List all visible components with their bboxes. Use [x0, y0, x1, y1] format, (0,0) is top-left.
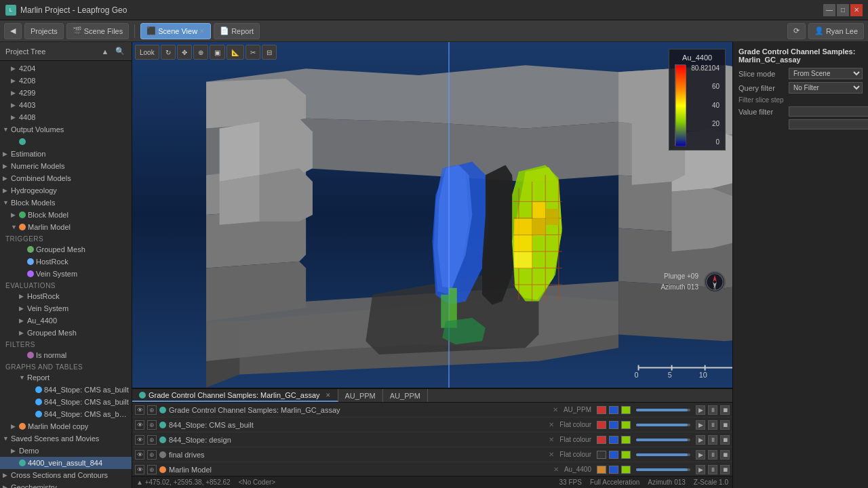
- tree-item-geochemistry[interactable]: ▶Geochemistry: [0, 481, 132, 488]
- close-tab-icon[interactable]: ✕: [326, 392, 331, 399]
- minimize-button[interactable]: —: [823, 4, 835, 16]
- layer-lock-icon[interactable]: ⊕: [147, 450, 157, 460]
- layer-visibility-toggle[interactable]: 👁: [135, 420, 144, 430]
- pause-button[interactable]: ⏸: [708, 435, 717, 445]
- layer-color-2[interactable]: [609, 421, 618, 429]
- layer-color-swatch[interactable]: [597, 406, 606, 414]
- measure-button[interactable]: 📐: [226, 45, 244, 60]
- sync-button[interactable]: ⟳: [787, 23, 806, 39]
- layer-color-2[interactable]: [609, 466, 618, 474]
- layer-lock-icon[interactable]: ⊕: [147, 420, 157, 430]
- layer-color-2[interactable]: [609, 406, 618, 414]
- tab-au-ppm[interactable]: AU_PPM: [338, 389, 383, 402]
- pan-button[interactable]: ✥: [177, 45, 192, 60]
- layer-color-3[interactable]: [621, 421, 631, 429]
- tree-item-grouped-mesh-eval[interactable]: ▶Grouped Mesh: [0, 327, 132, 339]
- opacity-slider[interactable]: [636, 424, 690, 426]
- tree-item-r844-cms-built[interactable]: 844_Stope: CMS as_built: [0, 384, 132, 396]
- value-filter-input[interactable]: 0.868: [789, 106, 868, 117]
- layer-color-2[interactable]: [609, 436, 618, 444]
- scene-files-button[interactable]: 🎬 Scene Files: [66, 23, 129, 39]
- select-mode-button[interactable]: ▣: [210, 45, 225, 60]
- tree-item-cross-sections[interactable]: ▶Cross Sections and Contours: [0, 469, 132, 481]
- tree-item-numeric-models[interactable]: ▶Numeric Models: [0, 160, 132, 172]
- slice-button[interactable]: ⊟: [262, 45, 277, 60]
- close-button[interactable]: ✕: [850, 4, 863, 16]
- layer-color-3[interactable]: [621, 451, 631, 459]
- layer-close-button[interactable]: ✕: [549, 451, 554, 458]
- stop-button[interactable]: ⏹: [720, 405, 730, 415]
- tree-item-output-volumes[interactable]: ▼Output Volumes: [0, 123, 132, 136]
- tree-item-estimation[interactable]: ▶Estimation: [0, 148, 132, 160]
- play-button[interactable]: ▶: [696, 450, 705, 460]
- 3d-viewport[interactable]: 0 5 10 15 20 Look ↻ ✥ ⊕ ▣ 📐 ✂ ⊟ Au_4400: [132, 42, 732, 388]
- layer-color-2[interactable]: [609, 451, 618, 459]
- tree-item-4408[interactable]: ▶4408: [0, 111, 132, 123]
- layer-color-swatch[interactable]: [597, 466, 606, 474]
- rotate-button[interactable]: ↻: [161, 45, 176, 60]
- tree-item-hydrogeology[interactable]: ▶Hydrogeology: [0, 184, 132, 197]
- layer-lock-icon[interactable]: ⊕: [147, 405, 157, 415]
- tree-item-saved-scenes[interactable]: ▼Saved Scenes and Movies: [0, 432, 132, 445]
- tree-item-combined-models[interactable]: ▶Combined Models: [0, 172, 132, 184]
- zoom-button[interactable]: ⊕: [193, 45, 208, 60]
- tree-item-r844-cms-built-f[interactable]: 844_Stope: CMS as_built F...: [0, 408, 132, 420]
- play-button[interactable]: ▶: [696, 465, 705, 474]
- tree-item-4403[interactable]: ▶4403: [0, 99, 132, 111]
- collapse-sidebar-button[interactable]: ▲: [99, 45, 111, 58]
- layer-close-button[interactable]: ✕: [549, 421, 554, 428]
- tree-item-vein-system-eval[interactable]: ▶Vein System: [0, 302, 132, 314]
- stop-button[interactable]: ⏹: [720, 420, 730, 430]
- play-button[interactable]: ▶: [696, 435, 705, 445]
- report-button[interactable]: 📄 Report: [214, 23, 260, 39]
- tree-item-marlin-model-copy[interactable]: ▶Marlin Model copy: [0, 420, 132, 432]
- query-filter-select[interactable]: No Filter: [789, 82, 863, 94]
- tree-item-marlin-model[interactable]: ▼Marlin Model: [0, 221, 132, 233]
- play-button[interactable]: ▶: [696, 405, 705, 415]
- search-sidebar-button[interactable]: 🔍: [114, 45, 126, 58]
- tree-item-demo[interactable]: ▶Demo: [0, 445, 132, 457]
- tree-item-is-normal[interactable]: Is normal: [0, 349, 132, 361]
- look-button[interactable]: Look: [135, 45, 159, 60]
- layer-visibility-toggle[interactable]: 👁: [135, 450, 144, 460]
- layer-color-swatch[interactable]: [597, 421, 606, 429]
- layer-visibility-toggle[interactable]: 👁: [135, 405, 144, 415]
- layer-color-3[interactable]: [621, 466, 631, 474]
- layer-color-3[interactable]: [621, 436, 631, 444]
- layer-close-button[interactable]: ✕: [553, 466, 559, 473]
- layer-close-button[interactable]: ✕: [553, 406, 558, 413]
- layer-lock-icon[interactable]: ⊕: [147, 465, 157, 474]
- tree-item-4208[interactable]: ▶4208: [0, 75, 132, 87]
- tree-item-au-4400[interactable]: ▶Au_4400: [0, 314, 132, 327]
- back-button[interactable]: ◀: [4, 23, 22, 39]
- tree-item-block-model[interactable]: ▶Block Model: [0, 209, 132, 221]
- tree-item-4400-vein[interactable]: 4400_vein_assult_844: [0, 457, 132, 469]
- layer-color-swatch[interactable]: [597, 451, 606, 459]
- pause-button[interactable]: ⏸: [708, 465, 717, 474]
- tab-grade-control[interactable]: Grade Control Channel Samples: Marlin_GC…: [132, 389, 338, 402]
- tree-item-grouped-mesh[interactable]: Grouped Mesh: [0, 243, 132, 256]
- play-button[interactable]: ▶: [696, 420, 705, 430]
- pause-button[interactable]: ⏸: [708, 450, 717, 460]
- scene-view-button[interactable]: ⬛ Scene View ✕: [140, 23, 211, 39]
- layer-color-swatch[interactable]: [597, 436, 606, 444]
- tree-item-report[interactable]: ▼Report: [0, 371, 132, 384]
- pause-button[interactable]: ⏸: [708, 420, 717, 430]
- stop-button[interactable]: ⏹: [720, 465, 730, 474]
- tree-item-r844-cms-as-built2[interactable]: 844_Stope: CMS as_built: [0, 396, 132, 408]
- layer-visibility-toggle[interactable]: 👁: [135, 465, 144, 474]
- layer-color-3[interactable]: [621, 406, 631, 414]
- slice-mode-select[interactable]: From Scene: [789, 68, 863, 79]
- tree-item-unknown[interactable]: [0, 136, 132, 148]
- tree-item-hostrock[interactable]: HostRock: [0, 256, 132, 268]
- layer-close-button[interactable]: ✕: [549, 436, 554, 443]
- opacity-slider[interactable]: [636, 409, 690, 411]
- tree-item-4204[interactable]: ▶4204: [0, 62, 132, 75]
- close-scene-icon[interactable]: ✕: [199, 28, 205, 35]
- pause-button[interactable]: ⏸: [708, 405, 717, 415]
- tree-item-hostrock-eval[interactable]: ▶HostRock: [0, 290, 132, 302]
- tree-item-block-models[interactable]: ▼Block Models: [0, 197, 132, 209]
- clip-button[interactable]: ✂: [245, 45, 260, 60]
- projects-button[interactable]: Projects: [24, 23, 64, 39]
- value-filter-max-input[interactable]: 327.94: [789, 119, 868, 129]
